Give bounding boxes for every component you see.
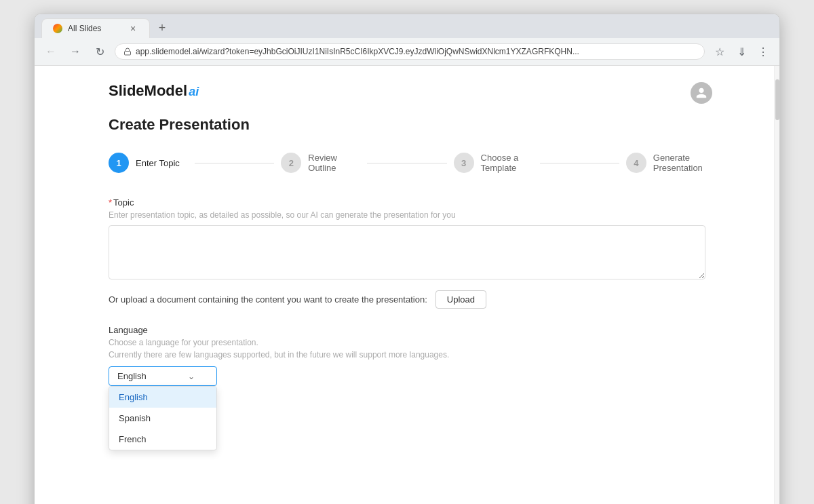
language-title: Language: [109, 325, 705, 335]
topic-hint: Enter presentation topic, as detailed as…: [109, 210, 705, 220]
step-2-circle: 2: [281, 153, 301, 173]
topic-input[interactable]: [109, 225, 705, 279]
tab-favicon: [53, 24, 62, 33]
language-option-english[interactable]: English: [109, 387, 216, 408]
scrollbar[interactable]: [774, 66, 779, 504]
refresh-button[interactable]: ↻: [90, 42, 109, 61]
step-3: 3 Choose a Template: [454, 153, 533, 173]
menu-button[interactable]: ⋮: [754, 42, 773, 61]
language-select-display[interactable]: English ⌄: [109, 366, 217, 386]
user-icon-wrapper: [691, 82, 712, 104]
page-content: SlideModel ai Create Presentation 1 Ente…: [35, 66, 779, 504]
download-button[interactable]: ⇓: [732, 42, 751, 61]
step-4: 4 Generate Presentation: [626, 153, 705, 173]
step-4-circle: 4: [626, 153, 646, 173]
step-1-circle: 1: [109, 153, 129, 173]
user-icon-svg: [695, 87, 708, 99]
required-marker: *: [109, 197, 112, 208]
toolbar-actions: ☆ ⇓ ⋮: [710, 42, 773, 61]
topic-field: *Topic Enter presentation topic, as deta…: [109, 197, 705, 282]
upload-row: Or upload a document containing the cont…: [109, 290, 705, 309]
bookmark-button[interactable]: ☆: [710, 42, 729, 61]
user-avatar[interactable]: [691, 82, 712, 104]
back-button[interactable]: ←: [41, 42, 60, 61]
step-1: 1 Enter Topic: [109, 153, 188, 173]
logo-text: SlideModel: [109, 82, 187, 100]
step-2: 2 Review Outline: [281, 153, 360, 173]
tab-title: All Slides: [68, 24, 122, 33]
chevron-down-icon: ⌄: [188, 372, 195, 381]
step-3-label: Choose a Template: [481, 153, 533, 173]
svg-rect-0: [125, 52, 131, 56]
step-line-2: [367, 163, 446, 163]
scrollbar-thumb: [775, 79, 779, 120]
forward-button[interactable]: →: [66, 42, 85, 61]
logo: SlideModel ai: [109, 82, 705, 100]
new-tab-button[interactable]: +: [153, 19, 172, 38]
logo-ai: ai: [189, 85, 199, 99]
lock-icon: [123, 47, 132, 56]
page-title: Create Presentation: [109, 116, 705, 134]
topic-label: *Topic: [109, 197, 705, 208]
upload-text: Or upload a document containing the cont…: [109, 294, 427, 305]
language-dropdown-menu: English Spanish French: [109, 386, 217, 450]
language-hint2: Currently there are few languages suppor…: [109, 350, 705, 360]
language-option-french[interactable]: French: [109, 429, 216, 450]
browser-tab[interactable]: All Slides ×: [41, 18, 150, 38]
page-inner: SlideModel ai Create Presentation 1 Ente…: [81, 66, 733, 504]
tab-close-button[interactable]: ×: [128, 23, 138, 34]
step-line-1: [195, 163, 274, 163]
step-4-label: Generate Presentation: [653, 153, 705, 173]
step-1-label: Enter Topic: [136, 158, 180, 168]
address-bar[interactable]: app.slidemodel.ai/wizard?token=eyJhbGciO…: [115, 43, 705, 60]
url-text: app.slidemodel.ai/wizard?token=eyJhbGciO…: [136, 47, 696, 56]
step-2-label: Review Outline: [308, 153, 360, 173]
step-line-3: [540, 163, 619, 163]
language-select-wrapper: English ⌄ English Spanish French: [109, 366, 217, 386]
language-section: Language Choose a language for your pres…: [109, 325, 705, 504]
browser-window: All Slides × + ← → ↻ app.slidemodel.ai/w…: [34, 14, 780, 504]
upload-button[interactable]: Upload: [435, 290, 486, 309]
browser-toolbar: ← → ↻ app.slidemodel.ai/wizard?token=eyJ…: [35, 38, 779, 66]
selected-language: English: [117, 371, 147, 381]
stepper: 1 Enter Topic 2 Review Outline 3 Choo: [109, 153, 705, 173]
language-option-spanish[interactable]: Spanish: [109, 408, 216, 429]
tab-bar: All Slides × +: [35, 14, 779, 38]
step-3-circle: 3: [454, 153, 474, 173]
language-hint1: Choose a language for your presentation.: [109, 338, 705, 347]
